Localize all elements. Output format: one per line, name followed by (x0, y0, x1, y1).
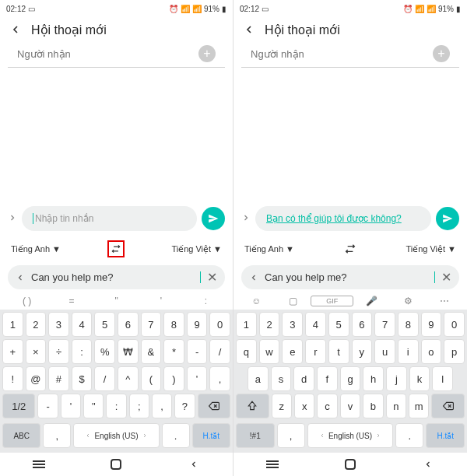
key[interactable]: 4 (305, 312, 326, 337)
tool-paren[interactable]: ( ) (5, 296, 49, 306)
shortcut-key[interactable]: H.tắt (192, 423, 230, 448)
key[interactable]: 1 (236, 312, 257, 337)
key[interactable]: h (363, 366, 384, 391)
key[interactable]: 4 (72, 312, 93, 337)
period-key[interactable]: . (395, 423, 423, 448)
sticker-icon[interactable]: ▢ (275, 296, 311, 306)
key[interactable]: - (37, 394, 58, 418)
backspace-key[interactable] (431, 394, 465, 418)
key[interactable]: 8 (163, 312, 184, 337)
key[interactable]: ( (141, 366, 162, 391)
emoji-icon[interactable]: ☺ (238, 296, 275, 306)
nav-back[interactable] (419, 460, 437, 469)
settings-icon[interactable]: ⚙ (390, 296, 427, 306)
mode-key[interactable]: ABC (2, 423, 40, 448)
key[interactable]: ₩ (118, 339, 139, 364)
mode-key[interactable]: !#1 (236, 423, 275, 448)
swap-languages-button[interactable] (107, 240, 125, 257)
swap-languages-button[interactable] (342, 240, 359, 257)
key[interactable]: 1 (2, 312, 23, 337)
back-button[interactable] (8, 22, 23, 37)
translate-input[interactable]: Can you help me? (31, 271, 201, 283)
add-recipient-button[interactable]: + (198, 45, 216, 62)
key[interactable]: / (209, 339, 230, 364)
key[interactable]: ? (174, 394, 195, 418)
key[interactable]: z (272, 394, 292, 418)
key[interactable]: 3 (282, 312, 303, 337)
key[interactable]: c (317, 394, 337, 418)
key[interactable]: @ (26, 366, 47, 391)
key[interactable]: , (152, 394, 172, 418)
key[interactable]: / (94, 366, 115, 391)
lang-to[interactable]: Tiếng Việt▼ (406, 244, 456, 254)
key[interactable]: $ (72, 366, 93, 391)
key[interactable]: 9 (421, 312, 442, 337)
tool-colon[interactable]: : (184, 296, 228, 306)
comma-key[interactable]: , (43, 423, 71, 448)
key[interactable]: ) (163, 366, 184, 391)
key[interactable]: 8 (398, 312, 419, 337)
key[interactable]: l (432, 366, 453, 391)
key[interactable]: ' (61, 394, 81, 418)
key-page[interactable]: 1/2 (2, 394, 35, 418)
key[interactable]: , (209, 366, 230, 391)
key[interactable]: * (163, 339, 184, 364)
key[interactable]: ÷ (48, 339, 69, 364)
key[interactable]: + (2, 339, 23, 364)
key[interactable]: 3 (48, 312, 69, 337)
key[interactable]: 9 (187, 312, 208, 337)
key[interactable]: t (328, 339, 349, 364)
add-recipient-button[interactable]: + (433, 45, 450, 62)
chevron-left-icon[interactable] (16, 273, 25, 282)
key[interactable]: 7 (141, 312, 162, 337)
key[interactable]: i (398, 339, 419, 364)
key[interactable]: ' (187, 366, 208, 391)
nav-home[interactable] (107, 459, 125, 470)
comma-key[interactable]: , (277, 423, 305, 448)
key[interactable]: " (83, 394, 104, 418)
message-input[interactable]: Bạn có thể giúp tôi được không? (255, 206, 431, 231)
key[interactable]: 7 (374, 312, 395, 337)
tool-sq[interactable]: ' (139, 296, 183, 306)
voice-icon[interactable]: 🎤 (353, 296, 390, 306)
nav-home[interactable] (341, 459, 360, 470)
key[interactable]: × (26, 339, 47, 364)
nav-back[interactable] (184, 460, 203, 469)
key[interactable]: 6 (118, 312, 139, 337)
lang-from[interactable]: Tiếng Anh▼ (11, 244, 61, 254)
key[interactable]: : (106, 394, 126, 418)
key[interactable]: 0 (209, 312, 230, 337)
recipient-input[interactable] (251, 48, 427, 60)
key[interactable]: r (305, 339, 326, 364)
message-input[interactable]: Nhập tin nhắn (22, 206, 197, 231)
key[interactable]: m (409, 394, 429, 418)
lang-from[interactable]: Tiếng Anh▼ (244, 244, 294, 254)
recipient-input[interactable] (17, 48, 192, 60)
chevron-left-icon[interactable] (249, 273, 258, 282)
key[interactable]: & (141, 339, 162, 364)
space-key[interactable]: English (US) (307, 423, 394, 448)
key[interactable]: a (248, 366, 269, 391)
expand-button[interactable] (8, 212, 17, 226)
expand-button[interactable] (241, 212, 251, 226)
key[interactable]: y (352, 339, 373, 364)
key[interactable]: - (187, 339, 208, 364)
translate-input[interactable]: Can you help me? (265, 271, 435, 283)
key[interactable]: e (282, 339, 303, 364)
key[interactable]: o (421, 339, 442, 364)
key[interactable]: s (271, 366, 292, 391)
key[interactable]: q (236, 339, 257, 364)
key[interactable]: d (293, 366, 314, 391)
gif-icon[interactable]: GIF (311, 296, 353, 306)
tool-eq[interactable]: = (49, 296, 93, 306)
key[interactable]: v (340, 394, 360, 418)
nav-recent[interactable] (263, 460, 282, 469)
period-key[interactable]: . (162, 423, 190, 448)
key[interactable]: g (340, 366, 361, 391)
shortcut-key[interactable]: H.tắt (426, 423, 465, 448)
key[interactable]: % (94, 339, 115, 364)
key[interactable]: b (363, 394, 383, 418)
key[interactable]: 5 (328, 312, 349, 337)
key[interactable]: ^ (118, 366, 139, 391)
key[interactable]: 6 (352, 312, 373, 337)
